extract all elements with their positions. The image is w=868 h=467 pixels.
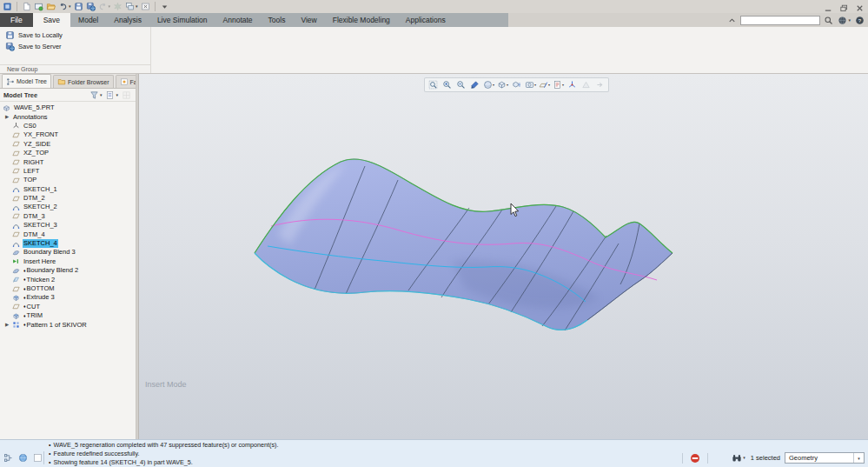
nav-tab-folder-browser[interactable]: Folder Browser xyxy=(53,75,113,88)
selection-filter-combo[interactable]: Geometry ▾ xyxy=(785,452,865,464)
open-session-button[interactable] xyxy=(33,1,44,12)
tree-item[interactable]: ♦Boundary Blend 2 xyxy=(0,266,136,275)
save-button[interactable] xyxy=(73,1,84,12)
nav-tab-favorites[interactable]: Favorites xyxy=(116,75,137,88)
find-button[interactable]: ▾ xyxy=(731,452,746,464)
tree-item[interactable]: ▶Annotations xyxy=(0,112,136,121)
list-button[interactable]: ▾ xyxy=(104,90,119,101)
annotation-display-button[interactable]: ▾ xyxy=(552,79,565,90)
new-button[interactable] xyxy=(21,1,32,12)
repaint-button[interactable] xyxy=(468,79,481,90)
tree-item-label[interactable]: DTM_2 xyxy=(23,194,46,203)
tree-item[interactable]: RIGHT xyxy=(0,157,136,166)
tree-item[interactable]: DTM_4 xyxy=(0,230,136,238)
help-button[interactable]: ? xyxy=(854,15,865,26)
tree-item[interactable]: ♦Extrude 3 xyxy=(0,293,136,302)
search-input[interactable] xyxy=(740,16,820,25)
tree-item[interactable]: YX_FRONT xyxy=(0,130,136,139)
tree-item[interactable]: SKETCH_3 xyxy=(0,221,136,230)
tab-live-simulation[interactable]: Live Simulation xyxy=(149,13,215,27)
hierarchy-button[interactable] xyxy=(3,452,14,464)
tree-item[interactable]: DTM_3 xyxy=(0,212,136,221)
expand-arrow-icon[interactable]: ▶ xyxy=(5,115,12,120)
saved-orientations-button[interactable]: ▾ xyxy=(496,79,509,90)
tree-item-label[interactable]: YZ_SIDE xyxy=(23,140,51,149)
tree-item-label[interactable]: SKETCH_3 xyxy=(23,221,58,230)
tab-save[interactable]: Save xyxy=(33,13,70,27)
combo-caret-icon[interactable]: ▾ xyxy=(853,453,864,463)
tree-item-label[interactable]: ♦Extrude 3 xyxy=(23,293,56,302)
restore-button[interactable] xyxy=(839,1,849,10)
tree-item[interactable]: LEFT xyxy=(0,167,136,176)
stop-button[interactable] xyxy=(689,452,701,464)
tab-flexible-modeling[interactable]: Flexible Modeling xyxy=(325,13,398,27)
tree-item-label[interactable]: YX_FRONT xyxy=(23,130,59,139)
search-button[interactable] xyxy=(823,15,834,26)
zoom-out-button[interactable] xyxy=(454,79,467,90)
expand-arrow-icon[interactable]: ▶ xyxy=(5,323,12,328)
grid-button[interactable] xyxy=(121,90,132,101)
tree-item-label[interactable]: DTM_4 xyxy=(23,230,46,239)
tree-item-label[interactable]: RIGHT xyxy=(23,158,44,167)
tree-item-label[interactable]: ♦Pattern 1 of SKIVOR xyxy=(23,321,88,330)
tree-item[interactable]: Insert Here xyxy=(0,257,136,266)
tree-item-label[interactable]: Annotations xyxy=(12,113,49,122)
tree-item-label[interactable]: TOP xyxy=(23,176,37,184)
save-to-locally-button[interactable]: Save to Locally xyxy=(2,30,66,41)
close-window-button[interactable] xyxy=(140,1,151,12)
tree-item-label[interactable]: Insert Here xyxy=(23,257,56,266)
regenerate-button[interactable] xyxy=(112,1,123,12)
tree-item[interactable]: YZ_SIDE xyxy=(0,140,136,149)
tree-item[interactable]: SKETCH_4 xyxy=(0,239,136,248)
tab-model[interactable]: Model xyxy=(70,13,106,27)
app-button[interactable] xyxy=(2,1,13,12)
windows-button[interactable]: ▾ xyxy=(124,1,139,12)
save-upload-button[interactable] xyxy=(85,1,96,12)
tree-item-label[interactable]: ♦Thicken 2 xyxy=(23,276,56,284)
message-log[interactable]: •WAVE_5 regeneration completed with 47 s… xyxy=(49,441,278,467)
redo-button[interactable]: ▾ xyxy=(97,1,112,12)
tree-item[interactable]: DTM_2 xyxy=(0,194,136,203)
tree-item-label[interactable]: CS0 xyxy=(23,122,37,130)
tree-item[interactable]: WAVE_5.PRT xyxy=(0,103,136,112)
extra-button[interactable] xyxy=(593,79,606,90)
datum-display-button[interactable]: ▾ xyxy=(538,79,551,90)
tree-item[interactable]: SKETCH_2 xyxy=(0,203,136,211)
3d-model[interactable] xyxy=(139,74,868,439)
graphics-area[interactable]: ▾▾▾▾▾ Insert Mode xyxy=(139,74,868,439)
nav-tab-model-tree[interactable]: Model Tree xyxy=(2,74,51,88)
tree-filter-button[interactable]: ▾ xyxy=(89,90,103,101)
tab-view[interactable]: View xyxy=(293,13,324,27)
view-manager-button[interactable] xyxy=(510,79,523,90)
close-button[interactable] xyxy=(855,1,865,10)
tree-item[interactable]: ♦TRIM xyxy=(0,311,136,320)
refit-button[interactable] xyxy=(427,79,440,90)
tree-item-label[interactable]: ♦TRIM xyxy=(23,311,43,320)
tree-item[interactable]: CS0 xyxy=(0,122,136,130)
tree-item-label[interactable]: Boundary Blend 3 xyxy=(23,248,76,257)
tree-item-label[interactable]: ♦Boundary Blend 2 xyxy=(23,266,79,275)
tree-item[interactable]: XZ_TOP xyxy=(0,149,136,157)
display-style-button[interactable]: ▾ xyxy=(482,79,495,90)
save-to-server-button[interactable]: Save to Server xyxy=(2,41,66,52)
blank-button[interactable] xyxy=(32,452,43,464)
tree-item-label[interactable]: ♦CUT xyxy=(23,303,41,311)
tab-annotate[interactable]: Annotate xyxy=(215,13,261,27)
qat-customize-button[interactable] xyxy=(159,1,170,12)
tree-item-label[interactable]: ♦BOTTOM xyxy=(23,284,56,293)
tree-item-label[interactable]: LEFT xyxy=(23,167,40,176)
tree-item-label[interactable]: WAVE_5.PRT xyxy=(13,103,56,112)
tree-item-label[interactable]: SKETCH_4 xyxy=(23,239,58,248)
tab-tools[interactable]: Tools xyxy=(261,13,294,27)
tab-analysis[interactable]: Analysis xyxy=(106,13,149,27)
tree-item[interactable]: ♦BOTTOM xyxy=(0,284,136,293)
tree-item[interactable]: ▶♦Pattern 1 of SKIVOR xyxy=(0,320,136,329)
tree-item-label[interactable]: SKETCH_2 xyxy=(23,203,58,211)
tree-item-label[interactable]: XZ_TOP xyxy=(23,149,50,157)
undo-button[interactable]: ▾ xyxy=(57,1,72,12)
tab-file[interactable]: File xyxy=(0,13,33,27)
tab-applications[interactable]: Applications xyxy=(398,13,454,27)
collapse-ribbon-button[interactable] xyxy=(726,15,738,26)
zoom-in-button[interactable] xyxy=(441,79,454,90)
tree-item[interactable]: SKETCH_1 xyxy=(0,185,136,194)
